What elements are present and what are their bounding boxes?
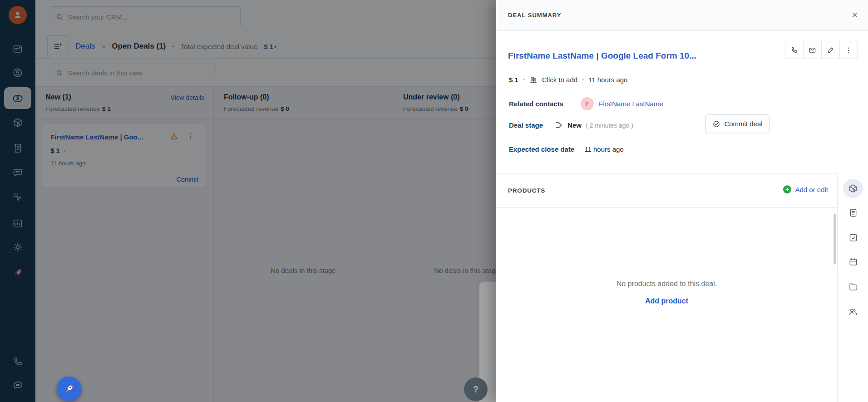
phone-icon — [790, 46, 798, 54]
expected-close-row: Expected close date 11 hours ago — [509, 145, 624, 153]
expected-close-label: Expected close date — [509, 145, 574, 153]
products-title: PRODUCTS — [508, 187, 545, 194]
tab-appointments[interactable] — [838, 257, 868, 267]
tab-tasks[interactable] — [838, 233, 868, 243]
products-section-header: PRODUCTS + Add or edit — [496, 173, 837, 208]
panel-title: DEAL SUMMARY — [508, 12, 561, 19]
add-product-link[interactable]: Add product — [496, 297, 837, 305]
no-products-text: No products added to this deal. — [496, 280, 837, 288]
tab-notes[interactable] — [838, 208, 868, 218]
deal-value: $ 1 — [509, 76, 518, 84]
deal-age: 11 hours ago — [588, 76, 627, 84]
freshsales-crm-app: Deals > Open Deals (1) • Total expected … — [0, 0, 868, 402]
deal-title-link[interactable]: FirstName LastName | Google Lead Form 10… — [508, 51, 762, 61]
panel-side-tabs — [837, 174, 868, 402]
add-or-edit-link[interactable]: + Add or edit — [783, 185, 828, 194]
plus-icon: + — [783, 185, 791, 194]
deal-summary-panel: DEAL SUMMARY ✕ FirstName LastName | Goog… — [496, 0, 868, 402]
products-section-body: No products added to this deal. Add prod… — [496, 208, 837, 402]
deal-stage-label: Deal stage — [509, 121, 543, 129]
separator-dot: • — [523, 77, 525, 82]
separator-dot: • — [582, 77, 584, 82]
company-click-to-add[interactable]: Click to add — [542, 76, 577, 84]
more-button[interactable]: ⋮ — [839, 41, 858, 59]
tab-files[interactable] — [838, 282, 868, 292]
help-fab[interactable]: ? — [464, 377, 488, 401]
call-button[interactable] — [785, 41, 803, 59]
pencil-icon — [827, 46, 834, 54]
related-contacts-row: Related contacts F FirstName LastName — [509, 97, 663, 110]
getting-started-fab[interactable] — [57, 377, 81, 401]
email-button[interactable] — [803, 41, 821, 59]
deal-meta-row: $ 1 • Click to add • 11 hours ago — [509, 75, 627, 84]
task-checkbox-icon — [848, 233, 858, 243]
deal-stage-ago: ( 2 minutes ago ) — [586, 122, 633, 129]
envelope-icon — [809, 46, 816, 54]
tab-products[interactable] — [838, 184, 868, 194]
deal-action-buttons: ⋮ — [785, 41, 858, 59]
commit-deal-button[interactable]: Commit deal — [705, 114, 769, 133]
help-question-icon: ? — [473, 384, 478, 395]
panel-scrollbar[interactable] — [833, 213, 836, 264]
check-circle-icon — [712, 120, 720, 128]
products-cube-icon — [848, 184, 858, 194]
company-building-icon — [529, 75, 538, 84]
modal-dim-overlay[interactable] — [0, 0, 496, 402]
tab-contacts[interactable] — [838, 307, 868, 317]
edit-button[interactable] — [821, 41, 839, 59]
deal-stage-value[interactable]: New — [567, 121, 582, 129]
calendar-icon — [848, 257, 858, 267]
users-icon — [848, 307, 858, 317]
rocket-icon — [63, 382, 75, 395]
expected-close-value[interactable]: 11 hours ago — [584, 145, 623, 153]
related-contact-link[interactable]: FirstName LastName — [599, 100, 663, 108]
deal-stage-icon — [555, 121, 563, 129]
folder-icon — [848, 282, 858, 292]
close-icon[interactable]: ✕ — [852, 10, 858, 20]
contact-avatar[interactable]: F — [581, 97, 594, 110]
deal-stage-row: Deal stage New ( 2 minutes ago ) — [509, 121, 633, 129]
related-contacts-label: Related contacts — [509, 100, 563, 108]
panel-header: DEAL SUMMARY ✕ — [496, 0, 868, 31]
note-document-icon — [848, 208, 858, 218]
